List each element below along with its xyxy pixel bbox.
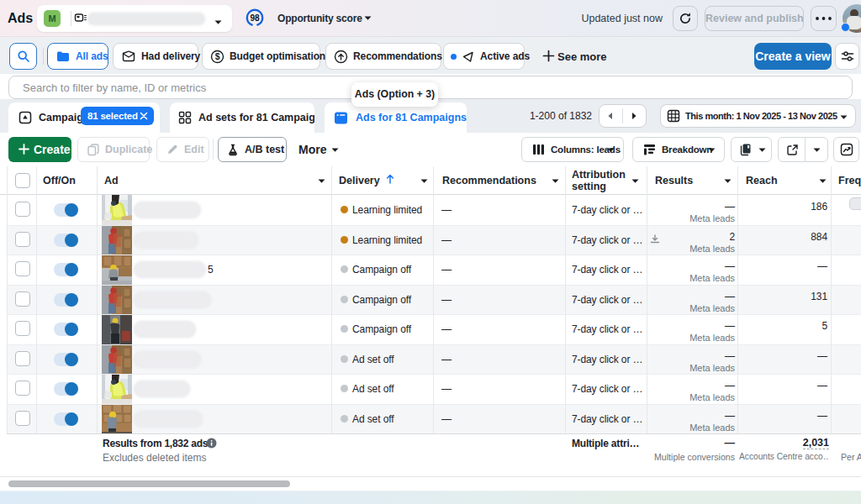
svg-text:$: $ <box>215 51 220 61</box>
svg-text:98: 98 <box>250 13 260 23</box>
